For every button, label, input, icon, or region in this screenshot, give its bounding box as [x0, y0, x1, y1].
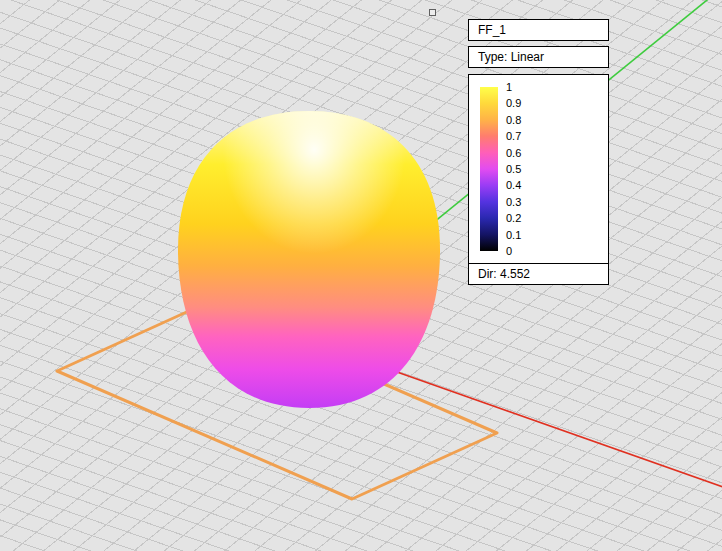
colorbar-tick-label: 0.5 — [506, 163, 576, 175]
colorbar-tick-label: 0 — [506, 245, 576, 257]
colorbar-tick-label: 0.9 — [506, 97, 576, 109]
viewport-3d[interactable]: FF_1 Type: Linear 10.90.80.70.60.50.40.3… — [0, 0, 722, 551]
legend-dir-label: Dir: 4.552 — [478, 267, 530, 281]
legend-type-box[interactable]: Type: Linear — [468, 46, 609, 68]
colorbar-tick-label: 0.6 — [506, 147, 576, 159]
legend-panel[interactable]: FF_1 Type: Linear 10.90.80.70.60.50.40.3… — [468, 19, 609, 285]
colorbar-tick-label: 0.7 — [506, 130, 576, 142]
x-axis-line — [380, 366, 722, 488]
legend-title-box[interactable]: FF_1 — [468, 19, 609, 41]
colorbar-gradient — [480, 87, 498, 251]
handle-marker[interactable] — [429, 9, 436, 16]
colorbar-tick-label: 0.1 — [506, 229, 576, 241]
colorbar-ticks: 10.90.80.70.60.50.40.30.20.10 — [506, 81, 576, 257]
scene-canvas — [0, 0, 722, 551]
legend-dir-box[interactable]: Dir: 4.552 — [468, 263, 609, 285]
colorbar-tick-label: 0.3 — [506, 196, 576, 208]
legend-colorbar-box[interactable]: 10.90.80.70.60.50.40.30.20.10 — [468, 74, 609, 264]
colorbar-tick-label: 0.2 — [506, 212, 576, 224]
radiation-pattern-highlight — [178, 111, 440, 408]
colorbar-tick-label: 0.8 — [506, 114, 576, 126]
legend-type-label: Type: Linear — [478, 50, 544, 64]
colorbar-tick-label: 1 — [506, 81, 576, 93]
colorbar-tick-label: 0.4 — [506, 179, 576, 191]
legend-title: FF_1 — [478, 23, 506, 37]
